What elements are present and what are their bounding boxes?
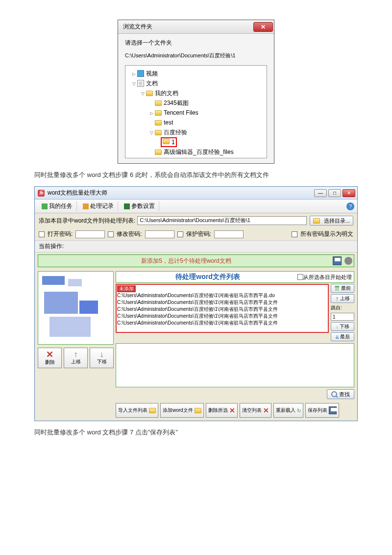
search-icon	[331, 391, 337, 397]
button-label: 重新载入	[276, 407, 295, 414]
modify-password-input[interactable]	[145, 230, 174, 238]
save-list-button[interactable]: 保存列表	[305, 403, 339, 418]
tree-item[interactable]: 我的文档	[155, 89, 178, 98]
side-controls: ⇈最前 ↑上移 跳自: 1 ↓下移 ⇊最后	[331, 284, 354, 341]
folder-icon	[155, 110, 162, 116]
start-from-selection-checkbox[interactable]	[297, 274, 303, 280]
tab-my-tasks[interactable]: 我的任务	[38, 201, 77, 211]
list-item[interactable]: C:\Users\Administrator\Documents\百度经验\1\…	[117, 320, 327, 327]
list-tab: 未添加	[117, 285, 136, 292]
list-item[interactable]: C:\Users\Administrator\Documents\百度经验\1\…	[117, 313, 327, 320]
video-icon	[137, 70, 144, 77]
button-label: 清空列表	[242, 407, 262, 414]
folder-icon	[155, 130, 162, 135]
right-panel: 待处理word文件列表 从所选条目开始处理 未添加 C:\Users\Admin…	[116, 271, 354, 421]
button-label: 保存列表	[308, 407, 327, 414]
modify-password-checkbox[interactable]	[108, 231, 114, 237]
close-button[interactable]: ✕	[343, 189, 355, 197]
folder-tree[interactable]: 视频 文档 我的文档 2345截图 Tencent Files test 百度经…	[125, 65, 267, 158]
folder-icon	[195, 408, 201, 413]
gear-icon[interactable]	[344, 257, 352, 265]
folder-icon	[155, 150, 162, 155]
password-row: 打开密码: 修改密码: 保护密码: 所有密码显示为明文	[35, 228, 357, 240]
list-item[interactable]: C:\Users\Administrator\Documents\百度经验\1\…	[117, 299, 327, 306]
app-titlebar: 乐 word文档批量处理大师 — □ ✕	[35, 187, 357, 200]
save-icon[interactable]	[333, 256, 342, 265]
button-label: 删除	[45, 359, 55, 366]
folder-icon	[155, 101, 162, 106]
protect-password-input[interactable]	[214, 230, 244, 238]
folder-icon	[149, 408, 156, 413]
move-up-button[interactable]: ↑上移	[64, 348, 88, 368]
dialog-instruction: 请选择一个文件夹	[125, 39, 267, 47]
selected-path: C:\Users\Administrator\Documents\百度经验\1	[125, 52, 267, 59]
tree-item[interactable]: 1	[172, 139, 175, 146]
tree-item[interactable]: 高级编辑器_百度经验_files	[164, 148, 234, 156]
help-icon[interactable]: ?	[346, 202, 354, 210]
open-password-input[interactable]	[75, 230, 105, 238]
move-top-button[interactable]: ⇈最前	[331, 284, 354, 293]
add-word-button[interactable]: 添加word文件	[160, 403, 204, 418]
pending-file-list[interactable]: 未添加 C:\Users\Administrator\Documents\百度经…	[116, 284, 329, 333]
list-item[interactable]: C:\Users\Administrator\Documents\百度经验\1\…	[117, 292, 327, 299]
maximize-button[interactable]: □	[328, 189, 341, 197]
move-down-button[interactable]: ↓下移	[331, 322, 354, 331]
step7-caption: 同时批量修改多个 word 文档步骤 7 点击"保存列表"	[34, 428, 358, 437]
reload-button[interactable]: 重新载入↻	[273, 403, 303, 418]
tree-item[interactable]: Tencent Files	[164, 109, 198, 116]
remove-button[interactable]: ✕删除	[38, 348, 62, 368]
status-bar: 新添加5，总计5个待处理word文档	[38, 254, 354, 267]
reload-icon: ↻	[297, 408, 301, 413]
dialog-titlebar: 浏览文件夹 ✕	[118, 20, 274, 34]
tab-params[interactable]: 参数设置	[120, 201, 159, 211]
tree-item[interactable]: 百度经验	[164, 128, 187, 137]
params-icon	[124, 203, 130, 209]
arrow-top-icon: ⇈	[334, 284, 340, 292]
delete-selected-button[interactable]: 删除所选✕	[206, 403, 238, 418]
delete-icon: ✕	[229, 406, 235, 414]
tree-item[interactable]: test	[164, 119, 173, 126]
tab-label: 处理记录	[90, 202, 114, 210]
tab-records[interactable]: 处理记录	[79, 201, 118, 211]
left-panel: ✕删除 ↑上移 ↓下移	[38, 271, 114, 421]
import-list-button[interactable]: 导入文件列表	[116, 403, 158, 418]
browse-directory-button[interactable]: 选择目录...	[310, 216, 353, 226]
button-label: 查找	[339, 391, 350, 398]
move-bottom-button[interactable]: ⇊最后	[331, 332, 354, 341]
tree-item[interactable]: 文档	[146, 79, 158, 88]
list-header: 待处理word文件列表 从所选条目开始处理	[116, 271, 354, 283]
button-label: 导入文件列表	[118, 407, 147, 414]
arrow-bottom-icon: ⇊	[335, 334, 339, 340]
open-password-label: 打开密码:	[48, 230, 73, 238]
expand-icon[interactable]	[130, 70, 137, 77]
modify-password-label: 修改密码:	[117, 230, 142, 238]
collapse-icon[interactable]	[148, 129, 155, 136]
arrow-down-icon: ↓	[336, 324, 339, 329]
dialog-title: 浏览文件夹	[123, 23, 253, 31]
folder-icon	[313, 218, 320, 224]
move-down-button[interactable]: ↓下移	[90, 348, 114, 368]
open-password-checkbox[interactable]	[39, 231, 45, 237]
collapse-icon[interactable]	[139, 90, 146, 97]
start-from-selection-label: 从所选条目开始处理	[303, 274, 352, 281]
minimize-button[interactable]: —	[314, 189, 327, 197]
tree-item[interactable]: 视频	[146, 70, 158, 78]
clear-list-button[interactable]: 清空列表✕	[240, 403, 271, 418]
move-up-button[interactable]: ↑上移	[331, 294, 354, 303]
expand-icon[interactable]	[148, 109, 155, 116]
close-button[interactable]: ✕	[253, 22, 273, 32]
directory-path-input[interactable]: C:\Users\Administrator\Documents\百度经验\1	[137, 216, 306, 225]
add-directory-label: 添加本目录中word文件到待处理列表:	[39, 217, 135, 225]
showplain-checkbox[interactable]	[292, 231, 297, 237]
tree-item[interactable]: 2345截图	[164, 99, 189, 107]
button-label: 上移	[71, 358, 81, 365]
preview-box	[38, 271, 114, 345]
jump-to-input[interactable]: 1	[331, 313, 354, 321]
list-item[interactable]: C:\Users\Administrator\Documents\百度经验\1\…	[117, 306, 327, 313]
find-button[interactable]: 查找	[327, 389, 354, 399]
protect-password-checkbox[interactable]	[177, 231, 183, 237]
collapse-icon[interactable]	[130, 80, 137, 87]
folder-icon	[155, 120, 162, 126]
folder-icon	[163, 139, 170, 144]
arrow-down-icon: ↓	[100, 351, 104, 358]
